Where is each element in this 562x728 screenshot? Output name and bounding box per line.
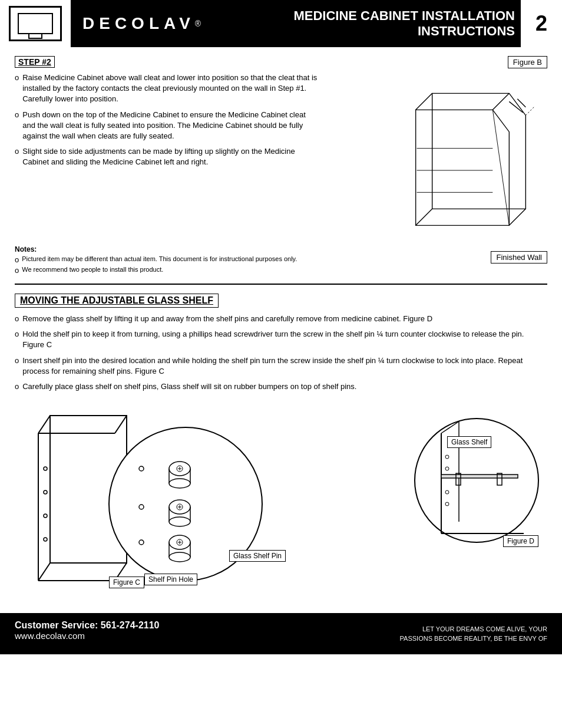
figures-row: Figure C Glass Shelf Pin Shelf Pin Hole: [15, 398, 547, 598]
glass-shelf-list: o Remove the glass shelf by lifting it u…: [15, 314, 547, 392]
shelf-pin-hole-label: Shelf Pin Hole: [144, 574, 197, 585]
bullet-icon: o: [15, 355, 19, 377]
footer-service: Customer Service: 561-274-2110: [15, 620, 281, 631]
bullet-icon: o: [15, 266, 19, 275]
note1: Pictured item may be different than actu…: [22, 255, 297, 264]
logo-box: [9, 6, 62, 41]
notes-title: Notes:: [15, 245, 319, 253]
figure-c-area: Figure C Glass Shelf Pin Shelf Pin Hole: [103, 416, 268, 594]
header-title-area: MEDICINE CABINET INSTALLATION INSTRUCTIO…: [236, 0, 521, 47]
bullet-icon: o: [15, 381, 19, 392]
glass-shelf-pin-area: Glass Shelf Pin: [229, 550, 286, 562]
svg-point-24: [44, 538, 47, 541]
logo-icon: [18, 13, 53, 34]
footer-slogan: LET YOUR DREAMS COME ALIVE, YOURPASSIONS…: [400, 624, 547, 644]
svg-point-23: [44, 514, 47, 518]
title-line1: MEDICINE CABINET INSTALLATION: [293, 8, 515, 24]
svg-line-9: [492, 110, 509, 225]
bullet-icon: o: [15, 329, 19, 350]
svg-line-14: [38, 416, 50, 433]
figure-d-label-area: Figure D: [503, 535, 538, 547]
logo-area: [0, 0, 71, 47]
step2-section: STEP #2 o Raise Medicine Cabinet above w…: [15, 56, 547, 236]
finished-wall-label: Finished Wall: [491, 251, 547, 263]
glass-bullet2: Hold the shelf pin to keep it from turni…: [22, 329, 547, 350]
step2-heading: STEP #2: [15, 56, 55, 68]
notes-text: Notes: o Pictured item may be different …: [15, 245, 319, 275]
list-item: o Pictured item may be different than ac…: [15, 255, 319, 264]
glass-bullet1: Remove the glass shelf by lifting it up …: [22, 314, 432, 324]
glass-bullet4: Carefully place glass shelf on shelf pin…: [22, 381, 356, 392]
svg-line-12: [525, 107, 534, 116]
step2-bullet1: Raise Medicine Cabinet above wall cleat …: [22, 73, 318, 105]
svg-line-10: [509, 101, 523, 113]
list-item: o We recommend two people to install thi…: [15, 266, 319, 275]
step2-text: STEP #2 o Raise Medicine Cabinet above w…: [15, 56, 319, 236]
svg-line-3: [492, 93, 509, 110]
title-line2: INSTRUCTIONS: [293, 24, 515, 39]
figure-b-svg: [394, 71, 547, 236]
step-badge: 2: [521, 0, 562, 47]
step2-list: o Raise Medicine Cabinet above wall clea…: [15, 73, 319, 168]
bullet-icon: o: [15, 73, 19, 105]
page-header: DECOLAV® MEDICINE CABINET INSTALLATION I…: [0, 0, 562, 47]
bullet-icon: o: [15, 146, 19, 167]
note2: We recommend two people to install this …: [22, 266, 163, 275]
glass-bullet3: Insert shelf pin into the desired locati…: [22, 355, 547, 377]
bullet-icon: o: [15, 314, 19, 324]
figure-d-area: Figure D Glass Shelf: [412, 416, 541, 559]
main-content: STEP #2 o Raise Medicine Cabinet above w…: [0, 47, 562, 607]
figure-b-label: Figure B: [508, 56, 547, 68]
glass-shelf-section: MOVING THE ADJUSTABLE GLASS SHELF o Remo…: [15, 294, 547, 392]
title-text: MEDICINE CABINET INSTALLATION INSTRUCTIO…: [293, 8, 521, 39]
svg-line-4: [416, 209, 432, 225]
glass-shelf-pin-label: Glass Shelf Pin: [229, 550, 286, 562]
footer-left: Customer Service: 561-274-2110 www.decol…: [15, 620, 281, 647]
brand-name: DECOLAV: [82, 14, 195, 33]
brand-reg: ®: [195, 19, 201, 28]
footer-website: www.decolav.com: [15, 631, 281, 641]
svg-point-21: [44, 467, 47, 470]
list-item: o Hold the shelf pin to keep it from tur…: [15, 329, 547, 350]
svg-line-16: [38, 563, 50, 581]
notes-list: o Pictured item may be different than ac…: [15, 255, 319, 275]
list-item: o Carefully place glass shelf on shelf p…: [15, 381, 547, 392]
figure-c-callout: Figure C: [109, 577, 144, 588]
glass-shelf-heading: MOVING THE ADJUSTABLE GLASS SHELF: [15, 294, 219, 308]
figure-c-svg: [103, 416, 268, 592]
list-item: o Raise Medicine Cabinet above wall clea…: [15, 73, 319, 105]
list-item: o Insert shelf pin into the desired loca…: [15, 355, 547, 377]
list-item: o Slight side to side adjustments can be…: [15, 146, 319, 167]
footer-right: LET YOUR DREAMS COME ALIVE, YOURPASSIONS…: [281, 620, 547, 647]
list-item: o Remove the glass shelf by lifting it u…: [15, 314, 547, 324]
glass-shelf-label: Glass Shelf: [447, 436, 491, 448]
svg-marker-0: [432, 93, 526, 209]
step2-bullet2: Push down on the top of the Medicine Cab…: [22, 110, 318, 142]
list-item: o Push down on the top of the Medicine C…: [15, 110, 319, 142]
bullet-icon: o: [15, 110, 19, 142]
svg-rect-58: [441, 475, 518, 478]
svg-line-5: [509, 209, 525, 225]
finished-wall-area: Finished Wall: [330, 245, 547, 275]
bullet-icon: o: [15, 255, 19, 264]
shelf-pin-hole-area: Shelf Pin Hole: [144, 574, 197, 585]
glass-shelf-label-area: Glass Shelf: [447, 436, 491, 448]
page-footer: Customer Service: 561-274-2110 www.decol…: [0, 613, 562, 654]
section-divider: [15, 284, 547, 285]
brand-area: DECOLAV®: [71, 0, 236, 47]
notes-section: Notes: o Pictured item may be different …: [15, 245, 547, 275]
svg-point-22: [44, 490, 47, 494]
figure-d-callout: Figure D: [503, 535, 538, 547]
figure-c-label: Figure C: [109, 577, 144, 588]
figure-b-area: Figure B: [330, 56, 547, 236]
svg-line-2: [416, 93, 432, 110]
step2-bullet3: Slight side to side adjustments can be m…: [22, 146, 318, 167]
